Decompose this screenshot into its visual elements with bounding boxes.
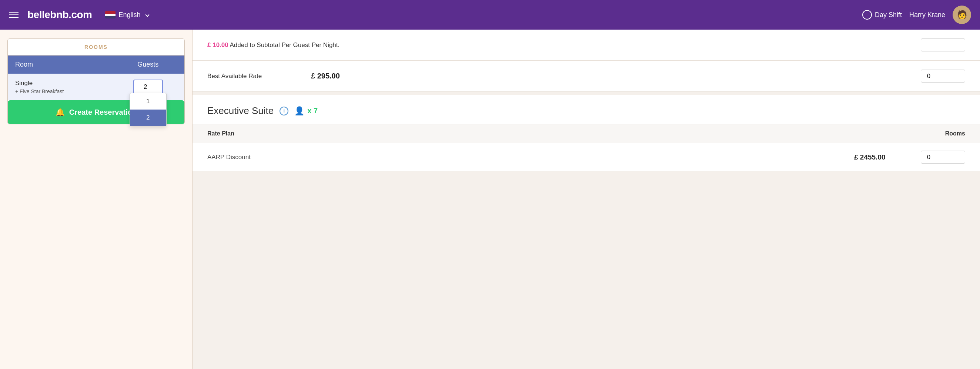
guests-dropdown[interactable]: 1 2 <box>130 93 167 126</box>
person-icon: 👤 <box>294 106 304 116</box>
best-rate-rooms-select[interactable]: 0 <box>921 70 965 83</box>
guests-count-indicator: 👤 x 7 <box>294 106 318 116</box>
suite-header: Executive Suite i 👤 x 7 <box>192 95 980 124</box>
shift-label: Day Shift <box>875 11 902 19</box>
shift-indicator: Day Shift <box>862 10 902 20</box>
sun-icon <box>862 10 872 20</box>
suite-title: Executive Suite <box>207 105 274 116</box>
guests-cell: 1 2 1 2 <box>111 74 185 100</box>
main-container: ROOMS Room Guests Single + Five Star Bre… <box>0 30 980 369</box>
aarp-rate-price: £ 2455.00 <box>854 153 913 161</box>
added-label: Added to Subtotal Per Guest Per Night. <box>230 41 340 48</box>
header-right: Day Shift Harry Krane 🧑 <box>862 6 971 24</box>
added-rate-row: £ 10.00 Added to Subtotal Per Guest Per … <box>192 30 980 61</box>
best-available-rate-row: Best Available Rate £ 295.00 0 <box>192 61 980 92</box>
top-rate-card: £ 10.00 Added to Subtotal Per Guest Per … <box>192 30 980 95</box>
dropdown-option-1[interactable]: 1 <box>130 93 166 110</box>
added-amount: £ 10.00 <box>207 41 228 48</box>
flag-icon <box>105 11 116 19</box>
menu-icon[interactable] <box>9 12 19 18</box>
best-rate-amount: £ 295.00 <box>311 72 913 80</box>
room-sub: + Five Star Breakfast <box>15 89 104 94</box>
best-rate-label: Best Available Rate <box>207 73 304 80</box>
guests-select[interactable]: 1 2 <box>133 80 163 94</box>
rooms-col-label: Rooms <box>945 130 965 137</box>
left-panel: ROOMS Room Guests Single + Five Star Bre… <box>0 30 192 369</box>
dropdown-option-2[interactable]: 2 <box>130 110 166 126</box>
aarp-rate-row: AARP Discount £ 2455.00 0 <box>192 143 980 171</box>
room-name: Single <box>15 80 104 87</box>
aarp-rooms-select[interactable]: 0 <box>921 151 965 164</box>
column-room: Room <box>8 56 111 74</box>
rooms-title: ROOMS <box>8 39 185 56</box>
table-row: Single + Five Star Breakfast 1 2 1 2 <box>8 74 185 100</box>
avatar[interactable]: 🧑 <box>953 6 971 24</box>
rate-note-container: £ 10.00 Added to Subtotal Per Guest Per … <box>207 41 339 49</box>
user-name: Harry Krane <box>909 11 945 19</box>
logo: bellebnb.com <box>27 9 92 21</box>
executive-suite-section: Executive Suite i 👤 x 7 Rate Plan Rooms … <box>192 95 980 171</box>
top-rate-rooms-select[interactable] <box>921 38 965 51</box>
rooms-section: ROOMS Room Guests Single + Five Star Bre… <box>7 38 185 124</box>
language-label: English <box>118 11 140 19</box>
info-icon[interactable]: i <box>280 107 288 116</box>
guests-count-label: x 7 <box>307 107 318 115</box>
rate-plan-col-label: Rate Plan <box>207 130 234 137</box>
language-selector[interactable]: English <box>105 11 148 19</box>
create-button-label: Create Reservation <box>69 108 137 116</box>
room-cell: Single + Five Star Breakfast <box>8 74 111 100</box>
rate-plan-header: Rate Plan Rooms <box>192 124 980 143</box>
header: bellebnb.com English Day Shift Harry Kra… <box>0 0 980 30</box>
column-guests: Guests <box>111 56 185 74</box>
right-panel: £ 10.00 Added to Subtotal Per Guest Per … <box>192 30 980 369</box>
chevron-down-icon <box>145 13 149 17</box>
aarp-rate-name: AARP Discount <box>207 154 847 161</box>
bell-icon: 🔔 <box>56 108 65 116</box>
rooms-table: Room Guests Single + Five Star Breakfast… <box>8 56 185 100</box>
